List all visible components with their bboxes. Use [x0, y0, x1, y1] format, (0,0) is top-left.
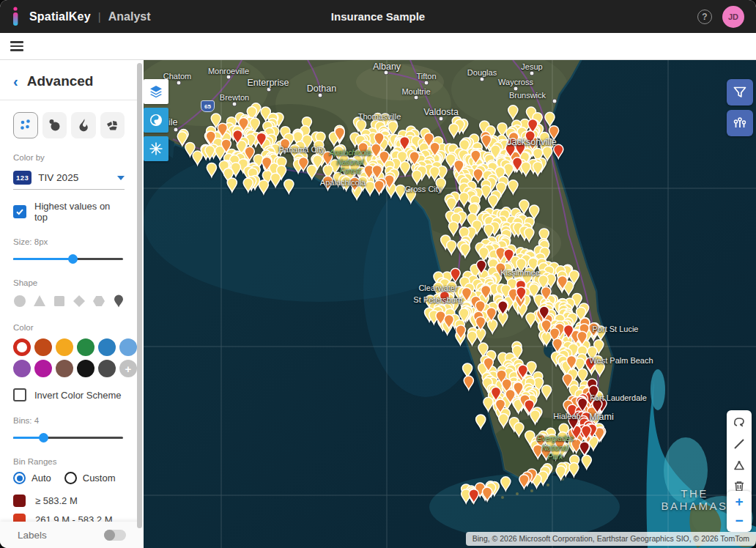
charts-button[interactable] — [727, 110, 753, 136]
sidebar-scrollbar[interactable] — [137, 63, 142, 545]
layers-button[interactable] — [144, 79, 168, 104]
brand-name: SpatialKey — [29, 10, 91, 23]
chart-icon — [733, 116, 747, 130]
scatter-icon — [18, 118, 33, 133]
bin-ranges-options: AutoCustom — [13, 472, 125, 484]
toggle-knob — [104, 530, 115, 541]
invert-color-checkbox[interactable]: Invert Color Scheme — [13, 388, 125, 401]
regions-icon — [105, 118, 119, 133]
basemap — [144, 60, 756, 548]
chevron-down-icon — [117, 176, 125, 180]
checkbox-checked-icon — [13, 205, 26, 218]
lasso-icon — [733, 416, 746, 429]
menu-bar — [0, 33, 756, 60]
line-tool-button[interactable] — [728, 433, 750, 454]
spatialkey-logo-icon — [12, 7, 22, 27]
color-swatch-6[interactable] — [13, 360, 31, 377]
snowflake-icon — [149, 141, 163, 156]
line-icon — [733, 437, 746, 451]
invert-color-label: Invert Color Scheme — [34, 390, 122, 401]
size-label: Size: 8px — [13, 237, 125, 246]
interstate-65-shield: 65 — [201, 100, 215, 112]
avatar[interactable]: JD — [722, 6, 744, 28]
color-swatch-7[interactable] — [34, 360, 52, 377]
highest-values-label: Highest values on top — [34, 201, 125, 223]
shape-label: Shape — [13, 278, 125, 287]
brand-separator: | — [98, 10, 101, 23]
visualization-type-tabs — [13, 112, 125, 138]
legend-label: ≥ 583.2 M — [35, 495, 78, 506]
shape-option-diamond[interactable] — [73, 295, 86, 308]
snowflake-button[interactable] — [144, 136, 168, 161]
shape-option-pin[interactable] — [112, 295, 125, 308]
bubble-icon — [47, 118, 62, 133]
labels-toggle[interactable] — [104, 530, 126, 541]
layers-icon — [149, 84, 163, 99]
map-attribution: Bing, © 2026 Microsoft Corporation, Eart… — [466, 532, 756, 546]
viz-tab-bubble[interactable] — [42, 112, 67, 138]
color-swatches: + — [13, 338, 125, 377]
zoom-in-button[interactable]: + — [728, 492, 750, 511]
legend-row-0[interactable]: ≥ 583.2 M — [13, 495, 125, 507]
color-swatch-5[interactable] — [119, 338, 137, 356]
highest-values-checkbox[interactable]: Highest values on top — [13, 201, 125, 223]
zoom-out-button[interactable]: − — [728, 511, 750, 530]
filter-funnel-icon — [733, 85, 747, 100]
divider — [0, 100, 138, 100]
shape-option-circle[interactable] — [13, 295, 26, 308]
shape-option-square[interactable] — [53, 295, 66, 308]
app-window: SpatialKey | Analyst Insurance Sample ? … — [0, 0, 756, 548]
color-label: Color — [13, 323, 125, 332]
color-swatch-0[interactable] — [13, 338, 31, 356]
help-icon[interactable]: ? — [697, 10, 712, 24]
filters-button[interactable] — [727, 79, 753, 105]
radio-icon — [13, 472, 26, 484]
polygon-icon — [733, 459, 746, 472]
zoom-controls: + − — [727, 491, 752, 532]
bins-slider-thumb[interactable] — [39, 433, 48, 443]
viz-tab-scatter[interactable] — [13, 112, 38, 138]
color-by-value: TIV 2025 — [38, 172, 117, 183]
size-slider[interactable] — [13, 253, 123, 264]
basemap-button[interactable] — [144, 108, 168, 133]
viz-tab-heatmap[interactable] — [71, 112, 96, 138]
legend-swatch — [13, 495, 26, 507]
color-by-select[interactable]: 123 TIV 2025 — [13, 166, 125, 190]
viz-tab-thematic[interactable] — [100, 112, 125, 138]
radio-icon — [64, 472, 77, 484]
settings-sidebar: ‹ Advanced — [0, 60, 144, 548]
globe-icon — [149, 113, 163, 127]
color-swatch-10[interactable] — [98, 360, 116, 377]
bin-ranges-label: Bin Ranges — [13, 457, 125, 466]
add-color-swatch[interactable]: + — [119, 360, 137, 377]
product-name: Analyst — [108, 10, 151, 23]
bins-label: Bins: 4 — [13, 416, 125, 425]
draw-tools — [727, 410, 752, 498]
labels-footer: Labels — [0, 522, 144, 548]
map-canvas[interactable]: ChatomMonroevilleEnterpriseDothanAlbanyT… — [144, 60, 756, 548]
color-swatch-2[interactable] — [56, 338, 73, 356]
color-swatch-9[interactable] — [77, 360, 94, 377]
back-chevron-icon[interactable]: ‹ — [13, 74, 18, 89]
shape-options — [13, 295, 125, 308]
bin-ranges-radio-auto[interactable]: Auto — [13, 472, 51, 484]
color-by-label: Color by — [13, 153, 125, 162]
shape-option-triangle[interactable] — [33, 295, 46, 308]
bins-slider[interactable] — [13, 432, 123, 443]
numeric-field-icon: 123 — [13, 171, 32, 185]
color-swatch-1[interactable] — [34, 338, 52, 356]
polygon-tool-button[interactable] — [728, 454, 750, 475]
hamburger-menu-icon[interactable] — [10, 41, 23, 51]
panel-title: Advanced — [27, 73, 94, 89]
size-slider-thumb[interactable] — [68, 254, 78, 264]
shape-option-hexagon[interactable] — [92, 295, 105, 308]
lasso-tool-button[interactable] — [728, 412, 750, 433]
checkbox-unchecked-icon — [13, 388, 26, 401]
flame-icon — [76, 118, 91, 133]
color-swatch-8[interactable] — [56, 360, 73, 377]
labels-toggle-label: Labels — [18, 530, 47, 541]
color-swatch-3[interactable] — [77, 338, 94, 356]
color-swatch-4[interactable] — [98, 338, 116, 356]
bin-ranges-radio-custom[interactable]: Custom — [64, 472, 116, 484]
top-bar: SpatialKey | Analyst Insurance Sample ? … — [0, 0, 756, 33]
